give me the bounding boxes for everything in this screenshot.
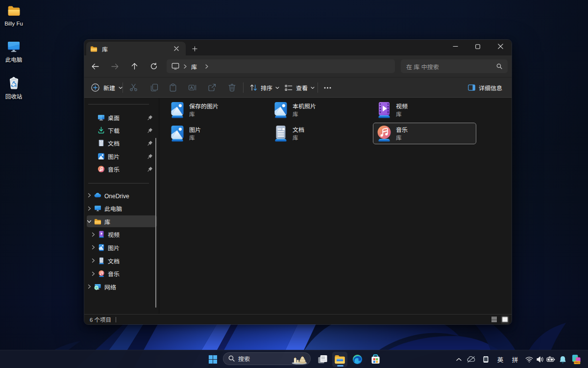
tray-ime-english[interactable]: 英: [494, 350, 507, 368]
desktop-icon-recycle-bin[interactable]: 回收站: [0, 76, 32, 100]
sidebar-item-onedrive[interactable]: OneDrive: [87, 189, 157, 201]
edge-button[interactable]: [350, 352, 365, 367]
minimize-button[interactable]: [444, 40, 466, 53]
back-button[interactable]: [87, 59, 103, 74]
recycle-bin-icon: [8, 76, 20, 89]
desktop-icon-user-folder[interactable]: Billy Fu: [0, 5, 32, 26]
volume-icon: [537, 356, 544, 363]
sort-button[interactable]: 排序: [246, 79, 283, 96]
titlebar: 库: [84, 40, 512, 55]
sidebar-item-videos-library[interactable]: 视频: [87, 229, 157, 240]
tray-ime-pinyin[interactable]: 拼: [509, 350, 521, 368]
window-content: 桌面 下载 文档: [84, 98, 512, 314]
large-icons-view-button[interactable]: [501, 315, 509, 324]
paste-button[interactable]: [164, 79, 182, 96]
chevron-right-icon[interactable]: [87, 206, 92, 211]
refresh-button[interactable]: [146, 59, 162, 74]
network-icon: [94, 283, 101, 290]
tray-device-button[interactable]: [479, 350, 492, 368]
pictures-library-icon: [98, 244, 105, 251]
breadcrumb-bar[interactable]: 库: [167, 59, 395, 73]
chevron-right-icon[interactable]: [91, 232, 96, 237]
chevron-down-icon: [275, 86, 279, 90]
sidebar-item-documents-library[interactable]: 文档: [87, 255, 157, 266]
chevron-down-icon: [311, 86, 315, 90]
sidebar-item-pictures[interactable]: 图片: [87, 150, 157, 162]
task-view-button[interactable]: [315, 352, 330, 367]
library-item-music[interactable]: 音乐 库: [373, 123, 476, 144]
taskbar-search-label: 搜索: [238, 354, 291, 363]
tray-hidden-icons-button[interactable]: [453, 350, 465, 368]
new-button[interactable]: 新建: [87, 79, 126, 96]
start-button[interactable]: [205, 352, 220, 367]
chevron-down-icon: [119, 86, 122, 90]
pin-icon: [147, 166, 153, 172]
chevron-right-icon[interactable]: [91, 271, 96, 276]
chevron-right-icon[interactable]: [87, 193, 92, 198]
forward-button[interactable]: [107, 59, 122, 74]
sidebar-item-downloads[interactable]: 下载: [87, 124, 157, 136]
sidebar-item-libraries[interactable]: 库: [87, 215, 157, 227]
view-button[interactable]: 查看: [281, 79, 318, 96]
this-pc-icon: [94, 205, 101, 212]
chevron-right-icon[interactable]: [87, 284, 92, 289]
chevron-down-icon[interactable]: [87, 219, 92, 224]
sidebar-scrollbar[interactable]: [155, 138, 157, 308]
desktop-icon-this-pc[interactable]: 此电脑: [0, 41, 32, 63]
details-view-icon: [491, 316, 497, 322]
taskbar-search[interactable]: 搜索: [223, 352, 311, 365]
library-item-videos[interactable]: 视频 库: [373, 100, 476, 120]
music-icon: [98, 165, 105, 173]
details-pane-button[interactable]: 详细信息: [465, 79, 506, 96]
onedrive-off-icon: [467, 356, 475, 363]
edge-icon: [352, 354, 363, 365]
search-box[interactable]: 在 库 中搜索: [401, 59, 508, 73]
rename-button[interactable]: [183, 79, 201, 96]
up-button[interactable]: [126, 59, 142, 74]
library-item-documents[interactable]: 文档 库: [270, 123, 372, 144]
desktop-icon-label: 此电脑: [0, 56, 32, 63]
tray-onedrive-button[interactable]: [465, 350, 477, 368]
store-button[interactable]: [368, 352, 383, 367]
details-view-button[interactable]: [490, 315, 498, 324]
sidebar-item-this-pc[interactable]: 此电脑: [87, 203, 157, 214]
chevron-right-icon[interactable]: [91, 258, 96, 263]
share-button[interactable]: [203, 79, 220, 96]
sidebar: 桌面 下载 文档: [84, 98, 159, 314]
copy-button[interactable]: [146, 79, 163, 96]
new-tab-button[interactable]: [189, 44, 200, 53]
library-item-pictures[interactable]: 图片 库: [167, 123, 269, 144]
back-icon: [92, 63, 99, 70]
rename-icon: [188, 83, 196, 92]
library-item-camera-roll[interactable]: 本机照片 库: [270, 100, 372, 120]
maximize-button[interactable]: [466, 40, 489, 53]
tray-notifications-button[interactable]: [557, 350, 568, 368]
sidebar-item-documents[interactable]: 文档: [87, 137, 157, 149]
library-item-saved-pictures[interactable]: 保存的图片 库: [167, 100, 269, 120]
tab-close-button[interactable]: [172, 44, 181, 53]
pictures-icon: [98, 153, 105, 160]
tray-battery-button[interactable]: [544, 350, 558, 368]
tray-pro-app-button[interactable]: [570, 350, 583, 368]
windows-logo-icon: [208, 355, 218, 364]
sidebar-item-desktop[interactable]: 桌面: [87, 111, 157, 123]
close-icon: [174, 46, 179, 51]
close-icon: [498, 44, 503, 49]
sidebar-item-music[interactable]: 音乐: [87, 163, 157, 175]
close-button[interactable]: [489, 40, 512, 53]
sidebar-item-music-library[interactable]: 音乐: [87, 268, 157, 280]
more-options-button[interactable]: [318, 79, 336, 96]
file-explorer-button[interactable]: [332, 352, 347, 367]
large-icons-view-icon: [502, 316, 508, 322]
tab-library[interactable]: 库: [86, 42, 186, 55]
delete-button[interactable]: [223, 79, 241, 96]
breadcrumb-item-library[interactable]: 库: [191, 62, 197, 71]
chevron-up-icon: [456, 358, 462, 361]
cut-button[interactable]: [124, 79, 142, 96]
sidebar-item-network[interactable]: 网络: [87, 281, 157, 292]
store-icon: [370, 354, 381, 365]
bell-icon: [559, 356, 566, 364]
sidebar-item-pictures-library[interactable]: 图片: [87, 241, 157, 253]
chevron-right-icon[interactable]: [91, 245, 96, 250]
pictures-library-icon: [170, 125, 185, 142]
